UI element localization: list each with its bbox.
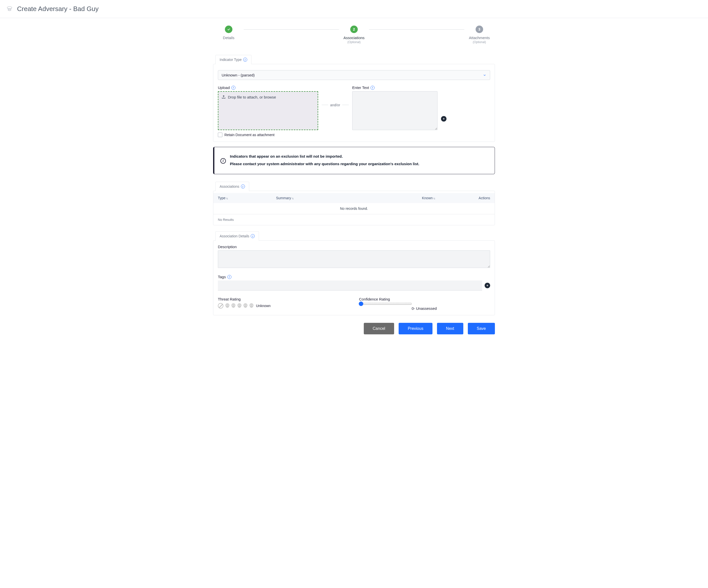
step-optional: (Optional) — [348, 40, 361, 44]
no-rating-icon — [218, 303, 224, 309]
page-title: Create Adversary - Bad Guy — [17, 5, 98, 13]
step-label: Details — [223, 36, 234, 40]
indicator-type-card: Indicator Type i Unknown - (parsed) Uplo… — [213, 64, 495, 142]
threat-rating-control[interactable]: Unknown — [218, 303, 349, 309]
svg-point-2 — [10, 9, 11, 10]
skull-icon — [230, 303, 236, 309]
tab-label: Indicator Type — [219, 58, 242, 62]
indicator-type-select[interactable]: Unknown - (parsed) — [218, 70, 490, 80]
step-number: 2 — [350, 26, 358, 33]
notice-line: Indicators that appear on an exclusion l… — [230, 153, 419, 160]
indicator-type-tab: Indicator Type i — [215, 55, 252, 64]
svg-point-1 — [8, 9, 9, 10]
previous-button[interactable]: Previous — [399, 323, 432, 334]
step-associations[interactable]: 2 Associations (Optional) — [339, 26, 369, 44]
page-header: Create Adversary - Bad Guy — [0, 0, 708, 18]
sort-icon: ↑↓ — [433, 197, 435, 200]
threat-value: Unknown — [256, 304, 270, 308]
and-or-separator: and/or — [322, 86, 349, 124]
table-empty: No records found. — [213, 203, 495, 214]
footer-buttons: Cancel Previous Next Save — [211, 323, 497, 334]
association-details-card: Association Details i Description Tags i — [213, 240, 495, 315]
confidence-rating-label: Confidence Rating — [359, 297, 490, 301]
threat-rating-label: Threat Rating — [218, 297, 349, 301]
cancel-button[interactable]: Cancel — [364, 323, 394, 334]
step-number: 3 — [476, 26, 483, 33]
step-details[interactable]: Details — [214, 26, 244, 40]
slider-thumb[interactable] — [359, 302, 363, 306]
tags-input[interactable] — [218, 280, 482, 290]
confidence-value: 0- Unassessed — [412, 306, 490, 311]
info-icon[interactable]: i — [243, 58, 247, 62]
step-label: Attachments — [469, 36, 490, 40]
sort-icon: ↑↓ — [292, 197, 293, 200]
check-icon — [225, 26, 232, 33]
upload-icon — [222, 95, 226, 99]
step-attachments[interactable]: 3 Attachments (Optional) — [464, 26, 494, 44]
description-input[interactable] — [218, 250, 490, 268]
table-header: Type↑↓ Summary↑↓ Known↑↓ Actions — [213, 193, 495, 203]
description-label: Description — [218, 245, 490, 249]
info-icon[interactable]: i — [227, 275, 231, 279]
col-summary[interactable]: Summary↑↓ — [276, 196, 419, 200]
association-details-tab: Association Details i — [215, 231, 259, 241]
tags-label: Tags i — [218, 275, 490, 279]
adversary-icon — [6, 5, 13, 12]
chevron-down-icon — [483, 73, 486, 77]
skull-icon — [225, 303, 230, 309]
associations-card: Associations i Type↑↓ Summary↑↓ Known↑↓ … — [213, 191, 495, 225]
step-label: Associations — [344, 36, 364, 40]
info-icon[interactable]: i — [251, 234, 255, 238]
add-button[interactable] — [441, 116, 446, 122]
step-connector — [244, 29, 339, 30]
step-optional: (Optional) — [473, 40, 486, 44]
col-known[interactable]: Known↑↓ — [422, 196, 462, 200]
associations-tab: Associations i — [215, 182, 249, 191]
retain-checkbox[interactable] — [218, 132, 223, 137]
info-icon: i — [220, 158, 226, 164]
sort-icon: ↑↓ — [226, 197, 228, 200]
exclusion-notice: i Indicators that appear on an exclusion… — [213, 147, 495, 174]
col-actions: Actions — [465, 196, 490, 200]
skull-icon — [236, 303, 242, 309]
skull-icon — [242, 303, 248, 309]
select-value: Unknown - (parsed) — [222, 73, 255, 77]
table-noresults: No Results — [213, 214, 495, 225]
file-dropzone[interactable]: Drop file to attach, or browse — [218, 91, 318, 130]
svg-point-0 — [7, 6, 12, 8]
tab-label: Associations — [219, 184, 239, 188]
enter-text-label: Enter Text i — [352, 86, 438, 90]
notice-line: Please contact your system administrator… — [230, 161, 419, 167]
stepper: Details 2 Associations (Optional) 3 Atta… — [0, 18, 708, 49]
drop-text: Drop file to attach, or browse — [228, 95, 276, 99]
col-type[interactable]: Type↑↓ — [218, 196, 273, 200]
save-button[interactable]: Save — [468, 323, 495, 334]
step-connector — [369, 29, 464, 30]
info-icon[interactable]: i — [241, 184, 245, 188]
confidence-slider[interactable] — [359, 303, 412, 305]
enter-text-input[interactable] — [352, 91, 438, 130]
retain-label: Retain Document as attachment — [225, 133, 274, 137]
info-icon[interactable]: i — [371, 86, 375, 90]
skull-icon — [248, 303, 255, 309]
upload-label: Upload i — [218, 86, 318, 90]
next-button[interactable]: Next — [437, 323, 463, 334]
tab-label: Association Details — [219, 234, 249, 238]
info-icon[interactable]: i — [231, 86, 235, 90]
add-tag-button[interactable] — [484, 283, 490, 288]
